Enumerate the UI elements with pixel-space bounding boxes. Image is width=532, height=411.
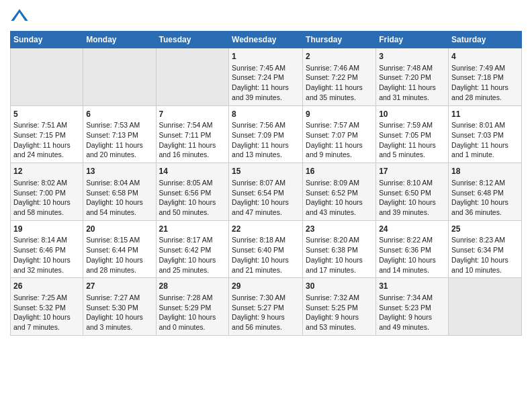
calendar-cell: 17Sunrise: 8:10 AMSunset: 6:50 PMDayligh… xyxy=(376,163,449,221)
day-info: Sunset: 6:36 PM xyxy=(379,245,445,255)
day-info: Daylight: 10 hours xyxy=(13,312,80,322)
day-info: and 58 minutes. xyxy=(13,208,80,218)
day-info: Sunrise: 7:49 AM xyxy=(451,63,519,73)
day-info: and 25 minutes. xyxy=(159,265,226,275)
week-row-1: 5Sunrise: 7:51 AMSunset: 7:15 PMDaylight… xyxy=(11,105,522,163)
day-info: and 24 minutes. xyxy=(13,150,80,160)
day-info: and 10 minutes. xyxy=(451,265,519,275)
day-number: 16 xyxy=(306,166,373,177)
day-number: 2 xyxy=(306,51,373,62)
day-info: Sunset: 6:44 PM xyxy=(86,245,152,255)
day-number: 28 xyxy=(159,281,226,292)
day-info: Sunrise: 7:53 AM xyxy=(86,120,152,130)
day-info: and 14 minutes. xyxy=(379,265,445,275)
day-info: Daylight: 10 hours xyxy=(306,197,373,208)
day-info: and 32 minutes. xyxy=(13,265,80,275)
calendar-cell: 4Sunrise: 7:49 AMSunset: 7:18 PMDaylight… xyxy=(449,48,522,106)
logo-icon xyxy=(10,7,29,26)
day-info: and 1 minute. xyxy=(451,150,519,160)
day-info: and 3 minutes. xyxy=(86,322,152,332)
day-header-sunday: Sunday xyxy=(11,32,83,48)
day-info: Daylight: 10 hours xyxy=(159,312,226,322)
day-info: and 9 minutes. xyxy=(306,150,373,160)
day-info: Sunset: 7:13 PM xyxy=(86,130,152,140)
day-header-thursday: Thursday xyxy=(303,32,376,48)
calendar-cell: 7Sunrise: 7:54 AMSunset: 7:11 PMDaylight… xyxy=(156,105,229,163)
day-info: Sunrise: 7:57 AM xyxy=(306,120,373,130)
day-info: Sunset: 5:32 PM xyxy=(13,303,80,313)
day-info: Daylight: 11 hours xyxy=(232,83,300,93)
day-info: Daylight: 9 hours xyxy=(379,312,445,322)
day-info: Sunset: 6:38 PM xyxy=(306,245,373,255)
day-info: Sunrise: 7:32 AM xyxy=(306,293,373,303)
week-row-2: 12Sunrise: 8:02 AMSunset: 7:00 PMDayligh… xyxy=(11,163,522,221)
day-info: Daylight: 10 hours xyxy=(159,255,226,265)
day-info: and 54 minutes. xyxy=(86,208,152,218)
day-info: Daylight: 10 hours xyxy=(86,197,152,208)
day-info: Daylight: 10 hours xyxy=(232,255,300,265)
day-info: Daylight: 11 hours xyxy=(86,140,152,150)
day-info: Daylight: 9 hours xyxy=(306,312,373,322)
calendar-cell: 15Sunrise: 8:07 AMSunset: 6:54 PMDayligh… xyxy=(229,163,303,221)
day-info: Sunset: 6:40 PM xyxy=(232,245,300,255)
day-number: 12 xyxy=(13,166,80,177)
day-number: 1 xyxy=(232,51,300,62)
day-number: 26 xyxy=(13,281,80,292)
calendar-header xyxy=(10,7,522,26)
day-info: Sunrise: 8:23 AM xyxy=(451,235,519,245)
calendar-cell xyxy=(11,48,83,106)
day-info: and 39 minutes. xyxy=(379,208,445,218)
day-info: Sunset: 7:05 PM xyxy=(379,130,445,140)
day-number: 4 xyxy=(451,51,519,62)
day-info: and 5 minutes. xyxy=(379,150,445,160)
day-header-monday: Monday xyxy=(83,32,156,48)
calendar-cell: 22Sunrise: 8:18 AMSunset: 6:40 PMDayligh… xyxy=(229,220,303,278)
week-row-3: 19Sunrise: 8:14 AMSunset: 6:46 PMDayligh… xyxy=(11,220,522,278)
day-header-wednesday: Wednesday xyxy=(229,32,303,48)
day-number: 22 xyxy=(232,224,300,235)
day-info: Daylight: 9 hours xyxy=(232,312,300,322)
day-info: Daylight: 11 hours xyxy=(451,83,519,93)
day-number: 9 xyxy=(306,109,373,120)
calendar-cell: 27Sunrise: 7:27 AMSunset: 5:30 PMDayligh… xyxy=(83,278,156,336)
day-info: Daylight: 11 hours xyxy=(306,83,373,93)
calendar-table: SundayMondayTuesdayWednesdayThursdayFrid… xyxy=(10,31,522,336)
calendar-cell: 20Sunrise: 8:15 AMSunset: 6:44 PMDayligh… xyxy=(83,220,156,278)
calendar-cell xyxy=(83,48,156,106)
day-number: 25 xyxy=(451,224,519,235)
day-info: Sunrise: 8:04 AM xyxy=(86,178,152,188)
day-info: and 16 minutes. xyxy=(159,150,226,160)
day-info: Sunset: 6:34 PM xyxy=(451,245,519,255)
day-info: Daylight: 10 hours xyxy=(13,255,80,265)
day-info: Daylight: 10 hours xyxy=(232,197,300,208)
day-header-tuesday: Tuesday xyxy=(156,32,229,48)
calendar-cell: 23Sunrise: 8:20 AMSunset: 6:38 PMDayligh… xyxy=(303,220,376,278)
day-info: and 49 minutes. xyxy=(379,322,445,332)
day-info: and 36 minutes. xyxy=(451,208,519,218)
day-info: Sunset: 7:00 PM xyxy=(13,188,80,198)
day-info: and 0 minutes. xyxy=(159,322,226,332)
day-info: Sunrise: 7:54 AM xyxy=(159,120,226,130)
calendar-cell: 28Sunrise: 7:28 AMSunset: 5:29 PMDayligh… xyxy=(156,278,229,336)
day-number: 6 xyxy=(86,109,152,120)
day-info: and 21 minutes. xyxy=(232,265,300,275)
day-info: Sunset: 7:03 PM xyxy=(451,130,519,140)
calendar-cell: 6Sunrise: 7:53 AMSunset: 7:13 PMDaylight… xyxy=(83,105,156,163)
day-number: 7 xyxy=(159,109,226,120)
day-info: Sunrise: 8:02 AM xyxy=(13,178,80,188)
day-info: Sunset: 6:46 PM xyxy=(13,245,80,255)
day-info: Sunset: 6:48 PM xyxy=(451,188,519,198)
calendar-cell xyxy=(156,48,229,106)
calendar-cell: 14Sunrise: 8:05 AMSunset: 6:56 PMDayligh… xyxy=(156,163,229,221)
day-info: and 56 minutes. xyxy=(232,322,300,332)
day-number: 14 xyxy=(159,166,226,177)
day-number: 23 xyxy=(306,224,373,235)
day-header-friday: Friday xyxy=(376,32,449,48)
calendar-cell: 19Sunrise: 8:14 AMSunset: 6:46 PMDayligh… xyxy=(11,220,83,278)
day-info: and 53 minutes. xyxy=(306,322,373,332)
calendar-cell: 25Sunrise: 8:23 AMSunset: 6:34 PMDayligh… xyxy=(449,220,522,278)
day-info: Daylight: 11 hours xyxy=(306,140,373,150)
day-info: Daylight: 10 hours xyxy=(379,197,445,208)
day-info: Sunset: 5:25 PM xyxy=(306,303,373,313)
calendar-cell: 31Sunrise: 7:34 AMSunset: 5:23 PMDayligh… xyxy=(376,278,449,336)
